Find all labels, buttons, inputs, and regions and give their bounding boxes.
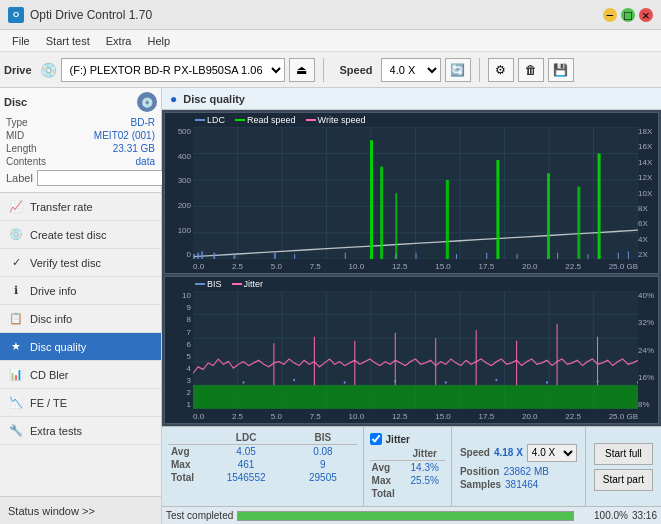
svg-rect-30 (598, 153, 601, 259)
svg-rect-40 (618, 253, 619, 260)
samples-value: 381464 (505, 479, 538, 490)
fe-te-icon: 📉 (8, 395, 24, 411)
y2-label-7: 7 (187, 328, 191, 337)
jitter-col-header: Jitter (405, 447, 445, 461)
stats-avg-label: Avg (168, 445, 203, 459)
nav-disc-info[interactable]: 📋 Disc info (0, 305, 161, 333)
stats-avg-ldc: 4.05 (203, 445, 289, 459)
create-test-disc-icon: 💿 (8, 227, 24, 243)
nav-transfer-rate[interactable]: 📈 Transfer rate (0, 193, 161, 221)
speed-row-select[interactable]: 4.0 X (527, 444, 577, 462)
transfer-rate-icon: 📈 (8, 199, 24, 215)
y-right-16x: 16X (638, 142, 652, 151)
svg-point-70 (344, 382, 346, 385)
disc-label-input[interactable] (37, 170, 170, 186)
x-label-20: 20.0 (522, 262, 538, 271)
speed-row-value: 4.18 X (494, 447, 523, 458)
nav-create-test-disc[interactable]: 💿 Create test disc (0, 221, 161, 249)
save-button[interactable]: 💾 (548, 58, 574, 82)
svg-point-73 (495, 379, 497, 382)
disc-panel-header: Disc 💿 (4, 92, 157, 112)
y2-label-2: 2 (187, 388, 191, 397)
erase-button[interactable]: 🗑 (518, 58, 544, 82)
close-button[interactable]: × (639, 8, 653, 22)
x2-label-0: 0.0 (193, 412, 204, 421)
nav-fe-te[interactable]: 📉 FE / TE (0, 389, 161, 417)
menu-file[interactable]: File (4, 33, 38, 49)
svg-rect-20 (213, 253, 215, 260)
drive-label: Drive (4, 64, 32, 76)
disc-contents-label: Contents (6, 156, 46, 167)
svg-point-72 (445, 382, 447, 385)
refresh-button[interactable]: 🔄 (445, 58, 471, 82)
jitter-max-value: 25.5% (405, 474, 445, 487)
start-part-button[interactable]: Start part (594, 469, 653, 491)
x-label-12-5: 12.5 (392, 262, 408, 271)
position-value: 23862 MB (503, 466, 549, 477)
progress-status-text: Test completed (166, 510, 233, 521)
disc-quality-icon: ★ (8, 339, 24, 355)
jitter-col-header-empty (370, 447, 405, 461)
col-header-empty (168, 431, 203, 445)
stats-row-max: Max 461 9 (168, 458, 357, 471)
drive-select[interactable]: (F:) PLEXTOR BD-R PX-LB950SA 1.06 (61, 58, 285, 82)
stats-table-area: LDC BIS Avg 4.05 0.08 Max 461 (162, 427, 363, 506)
col-header-bis: BIS (289, 431, 356, 445)
main-layout: Disc 💿 Type BD-R MID MEIT02 (001) Length… (0, 88, 661, 524)
start-full-button[interactable]: Start full (594, 443, 653, 465)
nav-cd-bler[interactable]: 📊 CD Bler (0, 361, 161, 389)
y-right-8x: 8X (638, 204, 648, 213)
nav-transfer-rate-label: Transfer rate (30, 201, 93, 213)
nav-disc-quality-label: Disc quality (30, 341, 86, 353)
disc-info-icon: 📋 (8, 311, 24, 327)
x2-label-17-5: 17.5 (479, 412, 495, 421)
svg-point-74 (546, 382, 548, 385)
progress-bar-fill (238, 512, 573, 520)
cd-bler-icon: 📊 (8, 367, 24, 383)
lower-y-axis-left: 10 9 8 7 6 5 4 3 2 1 (165, 291, 193, 409)
y2-right-16: 16% (638, 373, 654, 382)
x2-label-20: 20.0 (522, 412, 538, 421)
jitter-total-label: Total (370, 487, 405, 500)
jitter-checkbox[interactable] (370, 433, 382, 445)
nav-disc-quality[interactable]: ★ Disc quality (0, 333, 161, 361)
nav-verify-test-disc[interactable]: ✓ Verify test disc (0, 249, 161, 277)
nav-extra-tests[interactable]: 🔧 Extra tests (0, 417, 161, 445)
stats-total-bis: 29505 (289, 471, 356, 484)
menu-start-test[interactable]: Start test (38, 33, 98, 49)
menu-extra[interactable]: Extra (98, 33, 140, 49)
status-window-button[interactable]: Status window >> (0, 496, 161, 524)
nav-drive-info[interactable]: ℹ Drive info (0, 277, 161, 305)
speed-row: Speed 4.18 X 4.0 X (460, 444, 577, 462)
stats-avg-bis: 0.08 (289, 445, 356, 459)
legend-write-speed: Write speed (306, 115, 366, 125)
disc-icon: 💿 (137, 92, 157, 112)
lower-chart: BIS Jitter 10 9 8 7 6 5 4 3 2 1 (164, 276, 659, 424)
progress-bar-container: Test completed 100.0% 33:16 (162, 506, 661, 524)
stats-actions: Start full Start part (585, 427, 661, 506)
progress-percentage: 100.0% (578, 510, 628, 521)
status-window-label: Status window >> (8, 505, 95, 517)
x-label-5: 5.0 (271, 262, 282, 271)
jitter-row-total: Total (370, 487, 445, 500)
speed-select[interactable]: 4.0 X 1.0 X 2.0 X 6.0 X 8.0 X (381, 58, 441, 82)
stats-max-bis: 9 (289, 458, 356, 471)
drive-icon: 💿 (40, 62, 57, 78)
upper-chart-legend: LDC Read speed Write speed (195, 115, 365, 125)
settings-button[interactable]: ⚙ (488, 58, 514, 82)
x-label-0: 0.0 (193, 262, 204, 271)
y-label-100: 100 (178, 226, 191, 235)
eject-button[interactable]: ⏏ (289, 58, 315, 82)
sidebar: Disc 💿 Type BD-R MID MEIT02 (001) Length… (0, 88, 162, 524)
svg-rect-41 (628, 251, 629, 259)
minimize-button[interactable]: − (603, 8, 617, 22)
stats-max-label: Max (168, 458, 203, 471)
menu-help[interactable]: Help (139, 33, 178, 49)
app-title: Opti Drive Control 1.70 (30, 8, 152, 22)
disc-label-row: Label ⚙ (4, 168, 157, 188)
svg-rect-25 (395, 193, 397, 259)
maximize-button[interactable]: □ (621, 8, 635, 22)
disc-type-label: Type (6, 117, 28, 128)
disc-type-value: BD-R (131, 117, 155, 128)
svg-rect-23 (370, 140, 373, 259)
